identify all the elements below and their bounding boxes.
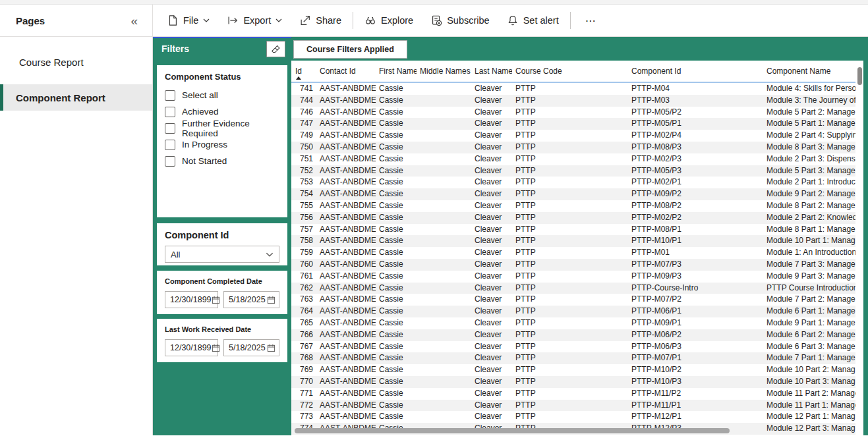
column-header-component-id[interactable]: Component Id [628,61,763,82]
cell [417,294,471,306]
table-row[interactable]: 763AAST-ANBDMECassieCleaverPTTPPTTP-M07/… [291,294,855,306]
report-toolbar: File Export Share Explore Subscribe [153,5,868,37]
more-options-icon[interactable]: ⋯ [573,14,609,27]
table-row[interactable]: 754AAST-ANBDMECassieCleaverPTTPPTTP-M09/… [291,188,855,200]
calendar-icon[interactable] [212,296,220,304]
table-row[interactable]: 756AAST-ANBDMECassieCleaverPTTPPTTP-M02/… [291,212,855,224]
table-row[interactable]: 761AAST-ANBDMECassieCleaverPTTPPTTP-M09/… [291,271,855,283]
file-button[interactable]: File [158,5,218,36]
cell: Cassie [376,364,417,376]
filter-checkbox-option[interactable]: Achieved [165,103,279,120]
filter-checkbox-option[interactable]: Select all [165,87,279,103]
column-header-id[interactable]: Id [291,61,316,82]
table-row[interactable]: 771AAST-ANBDMECassieCleaverPTTPPTTP-M11/… [291,388,855,400]
cell: AAST-ANBDME [316,142,376,153]
table-row[interactable]: 770AAST-ANBDMECassieCleaverPTTPPTTP-M10/… [291,376,855,388]
cell [417,283,471,294]
cell: PTTP [512,165,628,177]
table-row[interactable]: 749AAST-ANBDMECassieCleaverPTTPPTTP-M02/… [291,130,855,142]
table-row[interactable]: 746AAST-ANBDMECassieCleaverPTTPPTTP-M05/… [291,107,855,119]
column-header-component-name[interactable]: Component Name [763,61,855,82]
cell: PTTP [512,177,628,188]
table-row[interactable]: 747AAST-ANBDMECassieCleaverPTTPPTTP-M05/… [291,118,855,130]
cell: AAST-ANBDME [316,107,376,119]
sidebar-item-component-report[interactable]: Component Report [0,84,152,111]
table-row[interactable]: 755AAST-ANBDMECassieCleaverPTTPPTTP-M08/… [291,200,855,212]
cell: Cleaver [471,317,512,329]
cell: Module 6 Part 1: Manageme [763,306,855,317]
horizontal-scrollbar-thumb[interactable] [295,428,730,433]
cell [417,364,471,376]
cell: 760 [291,259,316,271]
checkbox-icon[interactable] [165,90,175,101]
explore-button[interactable]: Explore [356,5,422,36]
table-row[interactable]: 768AAST-ANBDMECassieCleaverPTTPPTTP-M07/… [291,352,855,364]
filter-checkbox-option[interactable]: Further Evidence Required [165,120,279,136]
table-row[interactable]: 767AAST-ANBDMECassieCleaverPTTPPTTP-M06/… [291,341,855,353]
vertical-scrollbar-thumb[interactable] [857,67,862,85]
cell: Cassie [376,188,417,200]
cell: Cassie [376,411,417,423]
cell: 759 [291,247,316,259]
cell: Cleaver [471,130,512,142]
component-id-dropdown[interactable]: All [165,246,279,263]
calendar-icon[interactable] [267,296,275,304]
column-header-last-name[interactable]: Last Name [471,61,512,82]
table-row[interactable]: 752AAST-ANBDMECassieCleaverPTTPPTTP-M05/… [291,165,855,177]
table-row[interactable]: 766AAST-ANBDMECassieCleaverPTTPPTTP-M06/… [291,329,855,341]
table-row[interactable]: 764AAST-ANBDMECassieCleaverPTTPPTTP-M06/… [291,306,855,317]
column-header-middle-names[interactable]: Middle Names [417,61,471,82]
checkbox-icon[interactable] [165,156,175,167]
cell: Module 12 Part 1: Managem [763,411,855,423]
last-work-date-start-input[interactable]: 12/30/1899 [165,339,218,356]
cell: AAST-ANBDME [316,306,376,317]
table-row[interactable]: 760AAST-ANBDMECassieCleaverPTTPPTTP-M07/… [291,259,855,271]
table-row[interactable]: 757AAST-ANBDMECassieCleaverPTTPPTTP-M08/… [291,224,855,236]
export-button[interactable]: Export [218,5,291,36]
component-completed-date-card: Component Completed Date 12/30/1899 5/18… [157,271,287,314]
cell: PTTP-M02/P2 [628,212,763,224]
collapse-pane-icon[interactable]: « [130,14,138,27]
cell [417,130,471,142]
table-row[interactable]: 769AAST-ANBDMECassieCleaverPTTPPTTP-M10/… [291,364,855,376]
checkbox-icon[interactable] [165,140,175,150]
table-row[interactable]: 750AAST-ANBDMECassieCleaverPTTPPTTP-M08/… [291,142,855,153]
calendar-icon[interactable] [212,344,220,352]
calendar-icon[interactable] [267,344,275,352]
subscribe-button[interactable]: Subscribe [422,5,498,36]
table-row[interactable]: 753AAST-ANBDMECassieCleaverPTTPPTTP-M02/… [291,177,855,188]
completed-date-end-input[interactable]: 5/18/2025 [223,291,279,308]
pages-pane-title: Pages [16,15,45,26]
share-button[interactable]: Share [291,5,350,36]
column-header-contact-id[interactable]: Contact Id [316,61,376,82]
checkbox-icon[interactable] [165,123,175,134]
last-work-date-end-input[interactable]: 5/18/2025 [223,339,279,356]
sidebar-item-course-report[interactable]: Course Report [0,49,152,75]
cell: 768 [291,352,316,364]
checkbox-icon[interactable] [165,107,175,117]
table-row[interactable]: 762AAST-ANBDMECassieCleaverPTTPPTTP-Cour… [291,283,855,294]
report-canvas: Filters Course Filters Applied Component… [153,37,868,435]
table-row[interactable]: 765AAST-ANBDMECassieCleaverPTTPPTTP-M09/… [291,317,855,329]
column-header-first-name[interactable]: First Name [376,61,417,82]
pages-list: Course Report Component Report [0,37,152,111]
set-alert-button[interactable]: Set alert [498,5,567,36]
chevron-down-icon [266,252,274,257]
completed-date-start-input[interactable]: 12/30/1899 [165,291,218,308]
cell: 769 [291,364,316,376]
file-icon [167,14,179,26]
table-row[interactable]: 773AAST-ANBDMECassieCleaverPTTPPTTP-M12/… [291,411,855,423]
table-row[interactable]: 772AAST-ANBDMECassieCleaverPTTPPTTP-M11/… [291,400,855,412]
table-row[interactable]: 751AAST-ANBDMECassieCleaverPTTPPTTP-M02/… [291,153,855,165]
table-row[interactable]: 759AAST-ANBDMECassieCleaverPTTPPTTP-M01M… [291,247,855,259]
filter-checkbox-option[interactable]: Not Started [165,153,279,169]
clear-filters-button[interactable] [266,41,285,57]
table-row[interactable]: 741AAST-ANBDMECassieCleaverPTTPPTTP-M04M… [291,82,855,95]
cell: 765 [291,317,316,329]
filter-checkbox-option[interactable]: In Progress [165,136,279,153]
column-header-course-code[interactable]: Course Code [512,61,628,82]
component-report-table: IdContact IdFirst NameMiddle NamesLast N… [291,61,863,435]
course-filters-applied-button[interactable]: Course Filters Applied [293,40,407,59]
table-row[interactable]: 758AAST-ANBDMECassieCleaverPTTPPTTP-M10/… [291,235,855,247]
table-row[interactable]: 744AAST-ANBDMECassieCleaverPTTPPTTP-M03M… [291,95,855,107]
